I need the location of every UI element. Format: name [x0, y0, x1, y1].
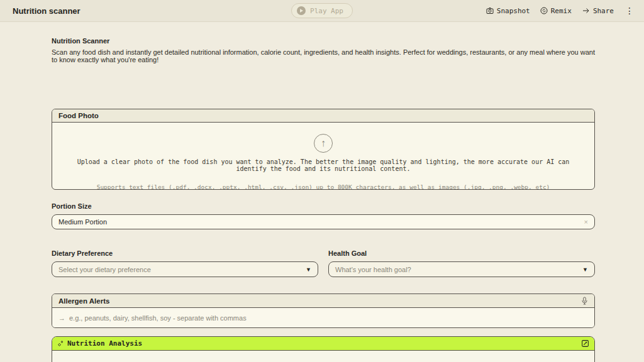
main-content: Nutrition Scanner Scan any food dish and…	[52, 37, 595, 362]
app-title: Nutrition scanner	[9, 6, 80, 16]
snapshot-label: Snapshot	[497, 7, 530, 15]
food-photo-title: Food Photo	[58, 112, 99, 119]
allergen-alerts-input[interactable]: → e.g., peanuts, dairy, shellfish, soy -…	[52, 308, 594, 328]
play-app-label: Play App	[310, 7, 343, 15]
share-button[interactable]: Share	[582, 7, 614, 15]
health-goal-label: Health Goal	[328, 250, 595, 257]
allergen-alerts-title: Allergen Alerts	[58, 297, 109, 305]
microphone-icon[interactable]	[581, 297, 588, 305]
upload-instructions: Upload a clear photo of the food dish yo…	[61, 158, 586, 172]
play-app-button[interactable]: Play App	[291, 3, 353, 18]
snapshot-button[interactable]: Snapshot	[486, 7, 530, 15]
page-description: Scan any food dish and instantly get det…	[52, 48, 595, 63]
top-bar: Nutrition scanner Play App Snapshot	[0, 0, 644, 22]
dietary-preference-select[interactable]: Select your dietary preference ▼	[52, 261, 318, 277]
share-label: Share	[593, 7, 614, 15]
page-title: Nutrition Scanner	[52, 37, 595, 45]
supported-files-note: Supports text files (.pdf, .docx, .pptx,…	[61, 184, 586, 190]
allergen-alerts-placeholder: e.g., peanuts, dairy, shellfish, soy - s…	[69, 314, 247, 322]
portion-size-value: Medium Portion	[58, 218, 107, 226]
health-goal-placeholder: What's your health goal?	[335, 266, 411, 273]
food-photo-card: Food Photo ↑ Upload a clear photo of the…	[52, 109, 595, 190]
food-photo-dropzone[interactable]: ↑ Upload a clear photo of the food dish …	[52, 123, 594, 190]
allergen-alerts-card: Allergen Alerts → e.g., peanuts, dairy, …	[52, 293, 595, 328]
sparkles-icon	[57, 340, 65, 348]
chevron-down-icon: ▼	[582, 266, 588, 273]
portion-size-input[interactable]: Medium Portion ×	[52, 214, 595, 229]
nutrition-analysis-card: Nutrition Analysis	[52, 336, 595, 362]
portion-size-label: Portion Size	[52, 202, 595, 210]
allergen-alerts-header: Allergen Alerts	[52, 294, 594, 308]
nutrition-analysis-header: Nutrition Analysis	[52, 337, 594, 351]
prompt-arrow-icon: →	[58, 314, 65, 322]
health-goal-select[interactable]: What's your health goal? ▼	[328, 261, 595, 277]
edit-icon[interactable]	[581, 339, 589, 348]
nutrition-analysis-title: Nutrition Analysis	[67, 339, 142, 348]
dietary-preference-label: Dietary Preference	[52, 250, 318, 257]
upload-icon[interactable]: ↑	[314, 134, 333, 153]
remix-label: Remix	[551, 7, 572, 15]
nutrition-analysis-output	[52, 351, 594, 362]
camera-icon	[486, 7, 494, 14]
chevron-down-icon: ▼	[306, 266, 311, 273]
food-photo-header: Food Photo	[52, 109, 594, 123]
dietary-preference-placeholder: Select your dietary preference	[58, 266, 151, 273]
remix-icon	[540, 7, 548, 14]
remix-button[interactable]: Remix	[540, 7, 572, 15]
share-arrow-icon	[582, 7, 590, 14]
kebab-menu-icon[interactable]: ⋮	[624, 6, 635, 15]
clear-icon[interactable]: ×	[584, 218, 588, 226]
play-icon	[297, 6, 306, 15]
